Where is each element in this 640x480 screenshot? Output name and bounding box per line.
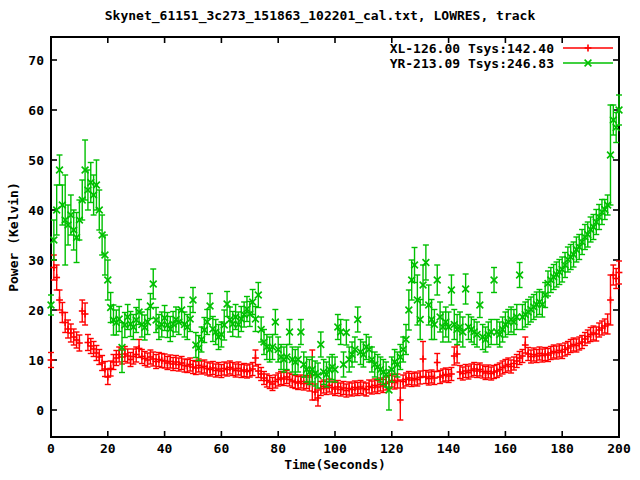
- y-axis-label: Power (Kelvin): [6, 137, 20, 337]
- legend: XL-126.00 Tsys:142.40 YR-213.09 Tsys:246…: [390, 41, 614, 70]
- svg-text:100: 100: [323, 441, 347, 456]
- legend-entry: XL-126.00 Tsys:142.40: [390, 41, 614, 55]
- svg-text:30: 30: [28, 253, 44, 268]
- svg-text:40: 40: [28, 203, 44, 218]
- legend-key-sample-plus: [562, 42, 614, 54]
- svg-text:180: 180: [550, 441, 574, 456]
- x-axis-label: Time(Seconds): [51, 457, 619, 472]
- svg-text:0: 0: [47, 441, 55, 456]
- svg-text:50: 50: [28, 153, 44, 168]
- svg-text:20: 20: [100, 441, 116, 456]
- svg-text:10: 10: [28, 353, 44, 368]
- legend-label: YR-213.09 Tsys:246.83: [390, 56, 554, 71]
- svg-text:80: 80: [270, 441, 286, 456]
- svg-text:70: 70: [28, 53, 44, 68]
- svg-text:200: 200: [607, 441, 631, 456]
- gnuplot-chart: Skynet_61151_3c273_151863_102201_cal.txt…: [0, 0, 640, 480]
- svg-text:120: 120: [380, 441, 404, 456]
- legend-key-sample-cross: [562, 57, 614, 69]
- svg-text:20: 20: [28, 303, 44, 318]
- svg-text:0: 0: [36, 403, 44, 418]
- svg-text:140: 140: [437, 441, 461, 456]
- svg-text:40: 40: [157, 441, 173, 456]
- svg-text:60: 60: [28, 103, 44, 118]
- svg-text:60: 60: [214, 441, 230, 456]
- legend-entry: YR-213.09 Tsys:246.83: [390, 56, 614, 70]
- legend-label: XL-126.00 Tsys:142.40: [390, 41, 554, 56]
- svg-text:160: 160: [494, 441, 518, 456]
- plot-area: 0204060801001201401601802000102030405060…: [0, 0, 640, 480]
